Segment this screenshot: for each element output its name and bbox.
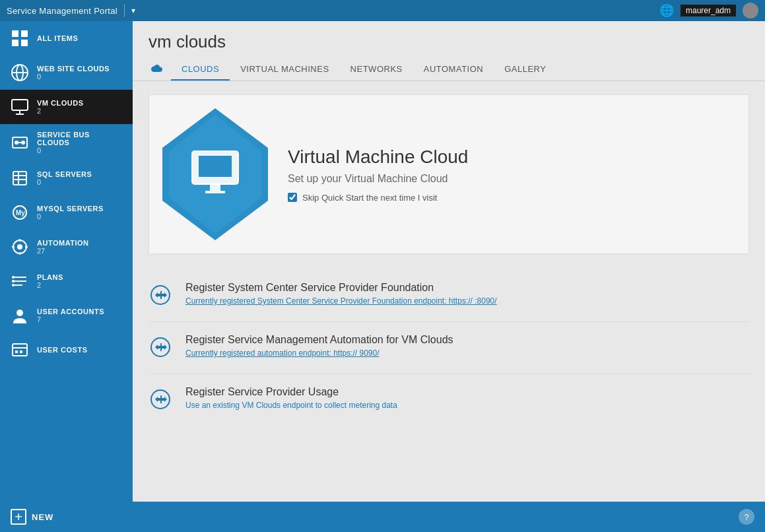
tab-gallery[interactable]: GALLERY [494, 59, 556, 81]
bottom-bar: + NEW ? [0, 502, 765, 532]
new-button[interactable]: + NEW [11, 509, 53, 525]
page-title-bar: vm clouds [133, 21, 765, 59]
sidebar-count-plans: 2 [37, 281, 63, 289]
sidebar-item-web-site-clouds[interactable]: WEB SITE CLOUDS 0 [0, 55, 133, 90]
sidebar-count-automation: 27 [37, 247, 89, 255]
tab-cloud-icon [149, 62, 163, 77]
sidebar-label-user-costs: USER COSTS [37, 346, 88, 354]
sidebar-count-vm-clouds: 2 [37, 107, 84, 115]
skip-quickstart-checkbox[interactable] [288, 193, 297, 202]
plans-icon [9, 271, 30, 292]
register-icon-usage [149, 387, 175, 414]
username-display: maurer_adm [681, 5, 736, 17]
sidebar-label-sql-servers: SQL SERVERS [37, 170, 92, 178]
svg-rect-3 [21, 40, 28, 46]
hero-checkbox-row: Skip Quick Start the next time I visit [288, 193, 468, 203]
new-button-label: NEW [32, 512, 53, 522]
tabs-bar: CLOUDS VIRTUAL MACHINES NETWORKS AUTOMAT… [133, 59, 765, 81]
hero-subtitle: Set up your Virtual Machine Cloud [288, 173, 468, 185]
grid-icon [9, 28, 30, 49]
svg-rect-2 [12, 40, 18, 46]
user-icon [9, 305, 30, 326]
sidebar: ALL ITEMS WEB SITE CLOUDS 0 [0, 21, 133, 502]
sidebar-item-sql-servers[interactable]: SQL SERVERS 0 [0, 161, 133, 195]
hero-diamond-icon [162, 108, 268, 240]
tab-networks[interactable]: NETWORKS [340, 59, 413, 81]
web-icon [9, 62, 30, 83]
svg-point-11 [15, 141, 18, 145]
svg-rect-36 [20, 350, 22, 353]
register-item-usage: Register Service Provider Usage Use an e… [149, 374, 749, 426]
svg-rect-1 [21, 30, 28, 37]
register-item-spf-title[interactable]: Register System Center Service Provider … [185, 282, 497, 294]
top-bar: Service Management Portal ▾ 🌐 maurer_adm [0, 0, 765, 21]
sidebar-count-service-bus-clouds: 0 [37, 147, 123, 154]
sql-icon [9, 168, 30, 189]
sidebar-label-vm-clouds: VM CLOUDS [37, 99, 84, 107]
svg-rect-33 [13, 344, 27, 356]
svg-rect-7 [12, 100, 28, 110]
sidebar-item-user-accounts[interactable]: USER ACCOUNTS 7 [0, 298, 133, 333]
tab-clouds[interactable]: CLOUDS [171, 59, 230, 81]
automation-icon [9, 236, 30, 257]
sidebar-item-automation[interactable]: AUTOMATION 27 [0, 230, 133, 264]
register-item-spf-desc[interactable]: Currently registered System Center Servi… [185, 296, 497, 306]
globe-icon[interactable]: 🌐 [659, 3, 674, 18]
user-avatar[interactable] [743, 3, 758, 18]
tab-automation[interactable]: AUTOMATION [413, 59, 494, 81]
register-item-spf-text: Register System Center Service Provider … [185, 282, 497, 306]
svg-rect-41 [199, 156, 232, 177]
sidebar-count-user-accounts: 7 [37, 316, 104, 323]
sidebar-label-service-bus-clouds: SERVICE BUS CLOUDS [37, 131, 123, 147]
svg-rect-0 [12, 30, 18, 37]
svg-point-30 [12, 280, 15, 283]
sidebar-item-all-items[interactable]: ALL ITEMS [0, 21, 133, 55]
sidebar-label-plans: PLANS [37, 273, 63, 281]
register-item-usage-title[interactable]: Register Service Provider Usage [185, 386, 397, 398]
svg-point-31 [12, 284, 15, 286]
svg-rect-42 [210, 184, 220, 191]
register-item-usage-desc: Use an existing VM Clouds endpoint to co… [185, 401, 397, 410]
help-button[interactable]: ? [739, 509, 754, 525]
register-item-sma-desc[interactable]: Currently registered automation endpoint… [185, 349, 453, 358]
sidebar-count-web-site-clouds: 0 [37, 73, 110, 81]
hero-title: Virtual Machine Cloud [288, 147, 468, 168]
register-item-sma: Register Service Management Automation f… [149, 322, 749, 374]
top-bar-divider [124, 4, 125, 17]
main-layout: ALL ITEMS WEB SITE CLOUDS 0 [0, 21, 765, 502]
hero-banner: Virtual Machine Cloud Set up your Virtua… [149, 94, 749, 254]
sidebar-item-mysql-servers[interactable]: My MYSQL SERVERS 0 [0, 195, 133, 230]
sidebar-item-vm-clouds[interactable]: VM CLOUDS 2 [0, 90, 133, 124]
svg-rect-43 [205, 191, 225, 193]
plus-icon: + [11, 509, 26, 525]
register-icon-sma [149, 335, 175, 362]
content-area: vm clouds CLOUDS VIRTUAL MACHINES NETWOR… [133, 21, 765, 502]
sidebar-label-automation: AUTOMATION [37, 239, 89, 247]
register-icon-spf [149, 283, 175, 310]
svg-text:My: My [16, 209, 25, 216]
svg-point-29 [12, 276, 15, 279]
svg-point-12 [21, 141, 25, 145]
sidebar-label-user-accounts: USER ACCOUNTS [37, 308, 104, 316]
costs-icon [9, 339, 30, 360]
sidebar-count-sql-servers: 0 [37, 178, 92, 186]
register-item-sma-title[interactable]: Register Service Management Automation f… [185, 334, 453, 346]
page-title: vm clouds [149, 32, 749, 52]
content-body: Virtual Machine Cloud Set up your Virtua… [133, 81, 765, 502]
sidebar-label-all-items: ALL ITEMS [37, 34, 78, 42]
portal-title: Service Management Portal [7, 6, 117, 16]
mysql-icon: My [9, 202, 30, 223]
hero-text: Virtual Machine Cloud Set up your Virtua… [288, 147, 468, 203]
skip-quickstart-label: Skip Quick Start the next time I visit [302, 193, 437, 203]
top-bar-chevron[interactable]: ▾ [131, 6, 135, 15]
top-bar-right: 🌐 maurer_adm [659, 3, 758, 18]
monitor-icon [9, 96, 30, 117]
svg-point-32 [17, 310, 23, 316]
sidebar-item-service-bus-clouds[interactable]: SERVICE BUS CLOUDS 0 [0, 124, 133, 161]
sidebar-item-plans[interactable]: PLANS 2 [0, 264, 133, 298]
servicebus-icon [9, 132, 30, 153]
register-item-usage-text: Register Service Provider Usage Use an e… [185, 386, 397, 410]
sidebar-item-user-costs[interactable]: USER COSTS [0, 333, 133, 367]
sidebar-label-mysql-servers: MYSQL SERVERS [37, 205, 104, 213]
tab-virtual-machines[interactable]: VIRTUAL MACHINES [230, 59, 339, 81]
